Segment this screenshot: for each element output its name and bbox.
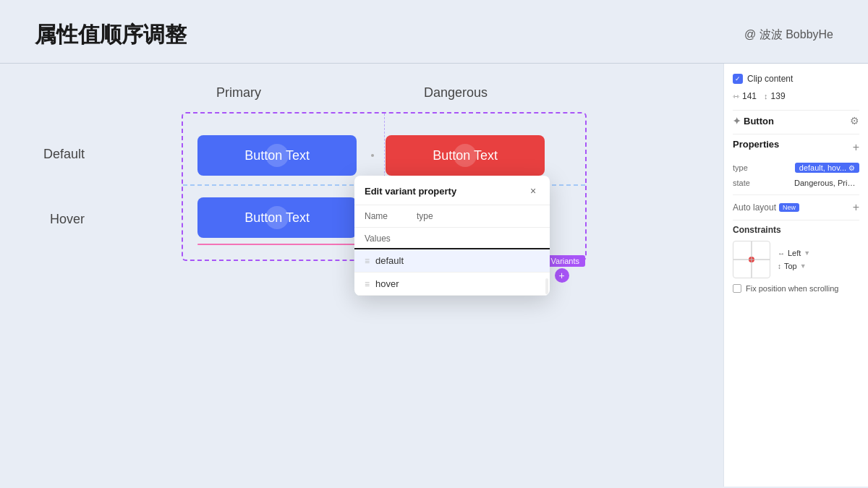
fix-position-row: Fix position when scrolling: [733, 284, 859, 293]
auto-layout-label: Auto layout: [733, 202, 776, 213]
height-icon: ↕: [764, 92, 768, 100]
constraint-h-chevron: ▼: [804, 249, 810, 257]
properties-add-button[interactable]: +: [853, 141, 859, 154]
height-metric: ↕ 139: [764, 91, 786, 101]
divider-1: [733, 110, 859, 111]
modal-title: Edit variant property: [365, 186, 456, 197]
canvas: Primary Dangerous Default Hover: [0, 64, 723, 487]
constraints-visual: ↔ Left ▼ ↕ Top ▼: [733, 241, 859, 278]
clip-content-checkbox[interactable]: [733, 74, 743, 84]
properties-header: Properties +: [733, 139, 859, 155]
new-badge: New: [779, 203, 799, 212]
width-icon: ⇿: [733, 92, 739, 101]
prop-state-row: state Dangerous, Prim...: [733, 176, 859, 190]
prop-type-value[interactable]: default, hov... ⚙: [795, 163, 859, 173]
constraints-title: Constraints: [733, 225, 859, 235]
modal-name-value: type: [417, 211, 433, 221]
width-metric: ⇿ 141: [733, 91, 757, 101]
modal-values-header: Values: [354, 228, 550, 249]
constraint-h-item: ↔ Left ▼: [778, 249, 810, 257]
clip-content-label: Clip content: [747, 74, 793, 84]
main-area: Primary Dangerous Default Hover: [0, 64, 868, 487]
modal-value-default[interactable]: ≡ default: [354, 249, 550, 273]
constraint-v-arrow: ↕: [778, 262, 781, 270]
drag-handle-default[interactable]: ≡: [365, 256, 370, 266]
prop-state-key: state: [733, 179, 750, 187]
constraint-v-chevron: ▼: [800, 262, 807, 270]
default-danger-container: Button Text: [386, 135, 545, 176]
metrics-row: ⇿ 141 ↕ 139: [733, 91, 859, 101]
row-label-default: Default: [43, 147, 85, 162]
prop-type-key: type: [733, 163, 748, 172]
divider-4: [733, 220, 859, 221]
column-headers: Primary Dangerous: [145, 85, 694, 100]
modal-name-label: Name: [365, 211, 388, 221]
properties-title: Properties: [733, 139, 779, 150]
component-name-row: ✦ Button ⚙: [733, 115, 859, 127]
constraints-line-v: [752, 241, 752, 278]
hover-underline: [197, 244, 357, 245]
default-primary-button[interactable]: Button Text: [197, 135, 357, 176]
clip-content-row: Clip content: [733, 74, 859, 84]
modal-close-button[interactable]: ×: [527, 184, 540, 197]
right-panel: Clip content ⇿ 141 ↕ 139 ✦ Button ⚙ Pr: [723, 64, 868, 487]
modal-name-row: Name type: [354, 205, 550, 228]
prop-type-row: type default, hov... ⚙: [733, 160, 859, 176]
edit-variant-modal: Edit variant property × Name type Values…: [354, 176, 550, 296]
auto-layout-add-button[interactable]: +: [853, 201, 859, 214]
constraint-v-value[interactable]: Top: [784, 262, 797, 270]
tune-icon: ⚙: [848, 164, 855, 172]
fix-position-checkbox[interactable]: [733, 284, 741, 293]
modal-header: Edit variant property ×: [354, 176, 550, 205]
constraint-h-value[interactable]: Left: [788, 249, 801, 257]
hover-primary-button[interactable]: Button Text: [197, 197, 357, 238]
gear-icon[interactable]: ⚙: [850, 115, 859, 127]
value-default-text: default: [375, 255, 404, 266]
col-header-dangerous: Dangerous: [362, 85, 550, 100]
constraint-h-arrow: ↔: [778, 249, 785, 257]
auto-layout-row: Auto layout New +: [733, 201, 859, 214]
component-icon: ✦: [733, 116, 741, 127]
default-primary-container: Button Text: [197, 135, 357, 176]
fix-position-label: Fix position when scrolling: [746, 284, 838, 293]
divider-2: [733, 134, 859, 134]
header-credit: @ 波波 BobbyHe: [744, 27, 833, 43]
col-header-primary: Primary: [145, 85, 333, 100]
value-hover-text: hover: [375, 278, 399, 289]
width-value[interactable]: 141: [742, 91, 757, 101]
constraints-controls: ↔ Left ▼ ↕ Top ▼: [778, 241, 810, 278]
prop-state-value[interactable]: Dangerous, Prim...: [794, 179, 859, 187]
header: 属性值顺序调整 @ 波波 BobbyHe: [0, 0, 868, 50]
variants-add-button[interactable]: +: [555, 268, 569, 283]
modal-value-hover[interactable]: ≡ hover: [354, 273, 550, 296]
row-label-hover: Hover: [50, 212, 85, 227]
default-danger-button[interactable]: Button Text: [386, 135, 545, 176]
height-value[interactable]: 139: [771, 91, 786, 101]
drag-handle-hover[interactable]: ≡: [365, 279, 370, 289]
page-title: 属性值顺序调整: [35, 20, 187, 50]
divider-3: [733, 194, 859, 195]
hover-primary-container: Button Text: [197, 197, 357, 238]
component-name: ✦ Button: [733, 116, 774, 127]
modal-scrollbar[interactable]: [545, 278, 548, 294]
constraint-v-item: ↕ Top ▼: [778, 262, 810, 270]
constraints-box: [733, 241, 770, 278]
auto-layout-label-container: Auto layout New: [733, 202, 799, 213]
separator-default: [371, 154, 374, 157]
